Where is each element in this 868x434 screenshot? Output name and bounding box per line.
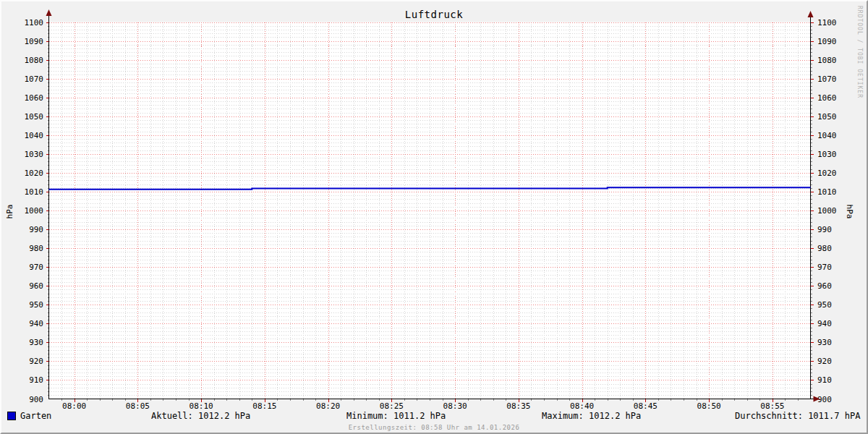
svg-text:08:15: 08:15 — [252, 401, 276, 411]
svg-text:1020: 1020 — [817, 169, 837, 178]
stat-minimum: Minimum: 1011.2 hPa — [346, 411, 446, 421]
svg-text:920: 920 — [29, 357, 43, 366]
svg-text:960: 960 — [817, 281, 832, 291]
stat-average: Durchschnitt: 1011.7 hPA — [735, 411, 860, 421]
svg-text:900: 900 — [817, 395, 832, 404]
y-axis-arrow-left — [46, 9, 52, 16]
svg-text:08:30: 08:30 — [443, 401, 467, 411]
svg-text:910: 910 — [817, 375, 832, 385]
rrdtool-watermark: RRDTOOL / TOBI OETIKER — [856, 6, 863, 98]
svg-text:960: 960 — [29, 281, 43, 291]
svg-text:08:35: 08:35 — [506, 401, 530, 411]
svg-text:1010: 1010 — [817, 187, 837, 197]
svg-text:1050: 1050 — [817, 112, 837, 122]
svg-text:910: 910 — [29, 375, 43, 385]
svg-text:1030: 1030 — [25, 150, 44, 159]
svg-text:08:40: 08:40 — [570, 401, 594, 411]
svg-text:1020: 1020 — [25, 169, 44, 178]
svg-text:08:10: 08:10 — [190, 401, 213, 411]
stat-current: Aktuell: 1012.2 hPa — [151, 411, 250, 421]
svg-text:900: 900 — [29, 395, 43, 404]
svg-text:980: 980 — [817, 244, 832, 253]
legend-row: Garten Aktuell: 1012.2 hPa Minimum: 1011… — [1, 411, 867, 422]
svg-text:1080: 1080 — [817, 56, 837, 65]
svg-text:990: 990 — [817, 225, 832, 234]
svg-text:980: 980 — [29, 244, 43, 253]
svg-text:1010: 1010 — [25, 187, 44, 197]
svg-text:08:55: 08:55 — [760, 401, 784, 411]
svg-text:940: 940 — [29, 319, 43, 328]
svg-text:1100: 1100 — [25, 18, 44, 27]
svg-text:08:20: 08:20 — [316, 401, 340, 411]
svg-text:920: 920 — [817, 357, 832, 366]
svg-text:1060: 1060 — [817, 93, 837, 103]
series-color-swatch — [7, 412, 16, 420]
series-name: Garten — [20, 411, 51, 421]
svg-text:08:25: 08:25 — [380, 401, 404, 411]
svg-text:940: 940 — [817, 319, 832, 328]
svg-text:1090: 1090 — [817, 37, 837, 46]
svg-text:950: 950 — [817, 300, 832, 310]
svg-text:1050: 1050 — [25, 112, 44, 122]
stat-maximum: Maximum: 1012.2 hPa — [542, 411, 641, 421]
creation-timestamp: Erstellungszeit: 08:58 Uhr am 14.01.2026 — [1, 424, 867, 431]
svg-text:930: 930 — [817, 338, 832, 347]
y-axis-arrow-right — [808, 11, 814, 17]
svg-text:950: 950 — [29, 300, 43, 310]
svg-text:1070: 1070 — [817, 75, 837, 84]
svg-text:1000: 1000 — [25, 206, 44, 216]
svg-text:930: 930 — [29, 338, 43, 347]
svg-text:1080: 1080 — [25, 56, 44, 65]
svg-text:1030: 1030 — [817, 150, 837, 159]
svg-text:08:45: 08:45 — [634, 401, 658, 411]
svg-text:970: 970 — [29, 263, 43, 272]
svg-text:1040: 1040 — [25, 131, 44, 140]
y-axis-label-left: hPa — [5, 197, 14, 226]
svg-text:1040: 1040 — [817, 131, 837, 140]
svg-text:970: 970 — [817, 263, 832, 272]
svg-text:08:00: 08:00 — [62, 401, 86, 411]
svg-text:1070: 1070 — [25, 75, 44, 84]
svg-text:08:50: 08:50 — [697, 401, 721, 411]
pressure-chart: 1100110010901090108010801070107010601060… — [1, 1, 867, 433]
svg-text:1000: 1000 — [817, 206, 837, 216]
svg-text:990: 990 — [29, 225, 43, 234]
svg-text:1090: 1090 — [25, 37, 44, 46]
rrdtool-graph: Luftdruck 110011001090109010801080107010… — [0, 0, 868, 434]
svg-text:08:05: 08:05 — [126, 401, 150, 411]
svg-text:1100: 1100 — [817, 18, 837, 27]
svg-text:1060: 1060 — [25, 93, 44, 103]
y-axis-label-right: hPa — [845, 197, 854, 226]
